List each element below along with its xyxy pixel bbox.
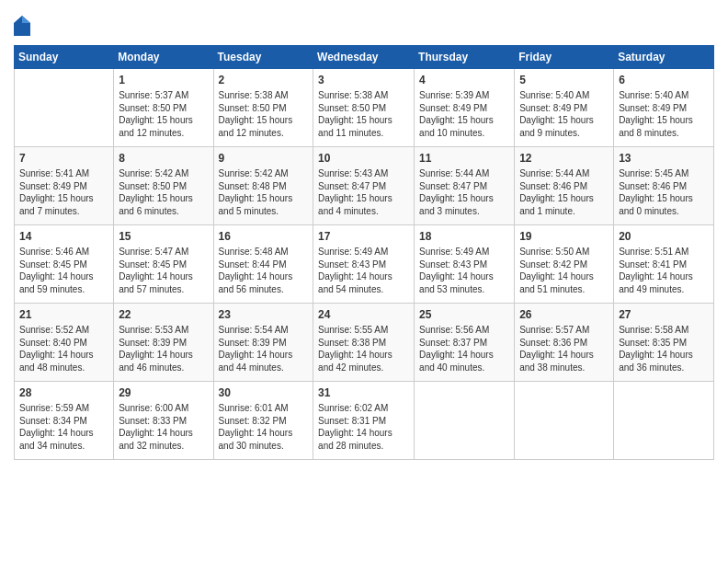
cell-sunrise: Sunrise: 5:49 AM: [318, 246, 409, 259]
cell-sunset: Sunset: 8:49 PM: [419, 102, 509, 115]
cell-sunrise: Sunrise: 6:01 AM: [219, 402, 309, 415]
cell-day-number: 25: [419, 307, 509, 322]
cell-sunrise: Sunrise: 5:44 AM: [519, 167, 609, 180]
cell-sunset: Sunset: 8:39 PM: [219, 337, 309, 350]
cell-day-number: 11: [419, 151, 509, 166]
calendar-cell: 23Sunrise: 5:54 AMSunset: 8:39 PMDayligh…: [213, 304, 313, 382]
cell-daylight: Daylight: 14 hours and 28 minutes.: [318, 427, 409, 452]
calendar-cell: 1Sunrise: 5:37 AMSunset: 8:50 PMDaylight…: [114, 69, 213, 147]
calendar-cell: 2Sunrise: 5:38 AMSunset: 8:50 PMDaylight…: [213, 69, 313, 147]
cell-sunset: Sunset: 8:37 PM: [419, 337, 509, 350]
cell-daylight: Daylight: 14 hours and 51 minutes.: [519, 270, 609, 295]
cell-daylight: Daylight: 15 hours and 10 minutes.: [419, 114, 509, 139]
cell-sunrise: Sunrise: 5:58 AM: [619, 324, 709, 337]
weekday-header: Wednesday: [313, 46, 415, 69]
cell-day-number: 5: [519, 73, 609, 87]
cell-daylight: Daylight: 14 hours and 53 minutes.: [419, 270, 509, 295]
cell-day-number: 4: [419, 73, 509, 87]
cell-daylight: Daylight: 14 hours and 30 minutes.: [219, 427, 309, 452]
calendar-cell: 15Sunrise: 5:47 AMSunset: 8:45 PMDayligh…: [114, 225, 213, 304]
calendar-cell: 8Sunrise: 5:42 AMSunset: 8:50 PMDaylight…: [114, 147, 213, 225]
cell-daylight: Daylight: 14 hours and 44 minutes.: [219, 349, 309, 373]
cell-daylight: Daylight: 15 hours and 6 minutes.: [119, 192, 208, 217]
calendar-cell: 11Sunrise: 5:44 AMSunset: 8:47 PMDayligh…: [415, 147, 515, 225]
calendar-cell: 18Sunrise: 5:49 AMSunset: 8:43 PMDayligh…: [415, 225, 515, 304]
calendar-cell: 12Sunrise: 5:44 AMSunset: 8:46 PMDayligh…: [515, 147, 614, 225]
header: [14, 14, 714, 36]
cell-day-number: 30: [219, 385, 309, 400]
calendar-cell: 16Sunrise: 5:48 AMSunset: 8:44 PMDayligh…: [213, 225, 313, 304]
cell-sunset: Sunset: 8:49 PM: [519, 102, 609, 115]
cell-sunset: Sunset: 8:33 PM: [119, 415, 208, 428]
cell-day-number: 27: [619, 307, 709, 322]
cell-sunset: Sunset: 8:46 PM: [619, 180, 709, 193]
cell-sunset: Sunset: 8:45 PM: [119, 259, 208, 271]
calendar-week-row: 28Sunrise: 5:59 AMSunset: 8:34 PMDayligh…: [15, 382, 714, 460]
cell-daylight: Daylight: 14 hours and 32 minutes.: [119, 427, 208, 452]
cell-sunrise: Sunrise: 5:44 AM: [419, 167, 509, 180]
cell-sunset: Sunset: 8:44 PM: [219, 259, 309, 271]
cell-daylight: Daylight: 14 hours and 42 minutes.: [318, 349, 409, 373]
cell-sunrise: Sunrise: 5:42 AM: [219, 167, 309, 180]
logo-icon: [14, 16, 30, 36]
cell-daylight: Daylight: 15 hours and 4 minutes.: [318, 192, 409, 217]
cell-daylight: Daylight: 14 hours and 36 minutes.: [619, 349, 709, 373]
calendar-cell: 29Sunrise: 6:00 AMSunset: 8:33 PMDayligh…: [114, 382, 213, 460]
cell-sunset: Sunset: 8:50 PM: [119, 102, 208, 115]
cell-sunset: Sunset: 8:31 PM: [318, 415, 409, 428]
cell-daylight: Daylight: 15 hours and 11 minutes.: [318, 114, 409, 139]
calendar-page: SundayMondayTuesdayWednesdayThursdayFrid…: [0, 0, 728, 563]
cell-daylight: Daylight: 15 hours and 3 minutes.: [419, 192, 509, 217]
cell-daylight: Daylight: 14 hours and 40 minutes.: [419, 349, 509, 373]
cell-daylight: Daylight: 14 hours and 38 minutes.: [519, 349, 609, 373]
cell-sunrise: Sunrise: 5:52 AM: [19, 324, 108, 337]
calendar-cell: 9Sunrise: 5:42 AMSunset: 8:48 PMDaylight…: [213, 147, 313, 225]
cell-sunrise: Sunrise: 5:37 AM: [119, 89, 208, 102]
cell-sunset: Sunset: 8:43 PM: [318, 259, 409, 271]
cell-sunrise: Sunrise: 5:45 AM: [619, 167, 709, 180]
cell-day-number: 7: [19, 151, 108, 166]
cell-day-number: 3: [318, 73, 409, 87]
cell-day-number: 20: [619, 229, 709, 244]
cell-day-number: 29: [119, 385, 208, 400]
calendar-week-row: 14Sunrise: 5:46 AMSunset: 8:45 PMDayligh…: [15, 225, 714, 304]
cell-daylight: Daylight: 14 hours and 54 minutes.: [318, 270, 409, 295]
calendar-cell: 25Sunrise: 5:56 AMSunset: 8:37 PMDayligh…: [415, 304, 515, 382]
cell-daylight: Daylight: 14 hours and 34 minutes.: [19, 427, 108, 452]
cell-sunrise: Sunrise: 6:02 AM: [318, 402, 409, 415]
cell-sunset: Sunset: 8:49 PM: [619, 102, 709, 115]
cell-sunset: Sunset: 8:41 PM: [619, 259, 709, 271]
calendar-cell: 4Sunrise: 5:39 AMSunset: 8:49 PMDaylight…: [415, 69, 515, 147]
cell-sunset: Sunset: 8:40 PM: [19, 337, 108, 350]
calendar-cell: 31Sunrise: 6:02 AMSunset: 8:31 PMDayligh…: [313, 382, 415, 460]
calendar-cell: 14Sunrise: 5:46 AMSunset: 8:45 PMDayligh…: [15, 225, 114, 304]
cell-daylight: Daylight: 15 hours and 12 minutes.: [119, 114, 208, 139]
cell-sunset: Sunset: 8:42 PM: [519, 259, 609, 271]
cell-daylight: Daylight: 15 hours and 0 minutes.: [619, 192, 709, 217]
calendar-cell: 7Sunrise: 5:41 AMSunset: 8:49 PMDaylight…: [15, 147, 114, 225]
cell-sunset: Sunset: 8:50 PM: [219, 102, 309, 115]
cell-daylight: Daylight: 14 hours and 56 minutes.: [219, 270, 309, 295]
calendar-table: SundayMondayTuesdayWednesdayThursdayFrid…: [14, 45, 714, 460]
calendar-cell: 10Sunrise: 5:43 AMSunset: 8:47 PMDayligh…: [313, 147, 415, 225]
calendar-cell: 28Sunrise: 5:59 AMSunset: 8:34 PMDayligh…: [15, 382, 114, 460]
calendar-cell: 26Sunrise: 5:57 AMSunset: 8:36 PMDayligh…: [515, 304, 614, 382]
calendar-cell: 24Sunrise: 5:55 AMSunset: 8:38 PMDayligh…: [313, 304, 415, 382]
cell-sunset: Sunset: 8:34 PM: [19, 415, 108, 428]
weekday-header: Friday: [515, 46, 614, 69]
cell-sunset: Sunset: 8:47 PM: [318, 180, 409, 193]
cell-day-number: 14: [19, 229, 108, 244]
cell-daylight: Daylight: 15 hours and 12 minutes.: [219, 114, 309, 139]
cell-sunrise: Sunrise: 5:56 AM: [419, 324, 509, 337]
cell-sunset: Sunset: 8:39 PM: [119, 337, 208, 350]
cell-daylight: Daylight: 14 hours and 46 minutes.: [119, 349, 208, 373]
cell-day-number: 16: [219, 229, 309, 244]
cell-day-number: 19: [519, 229, 609, 244]
cell-daylight: Daylight: 14 hours and 59 minutes.: [19, 270, 108, 295]
weekday-header: Saturday: [614, 46, 714, 69]
calendar-cell: 19Sunrise: 5:50 AMSunset: 8:42 PMDayligh…: [515, 225, 614, 304]
calendar-cell: 6Sunrise: 5:40 AMSunset: 8:49 PMDaylight…: [614, 69, 714, 147]
cell-day-number: 28: [19, 385, 108, 400]
calendar-cell: 3Sunrise: 5:38 AMSunset: 8:50 PMDaylight…: [313, 69, 415, 147]
cell-sunrise: Sunrise: 5:47 AM: [119, 246, 208, 259]
